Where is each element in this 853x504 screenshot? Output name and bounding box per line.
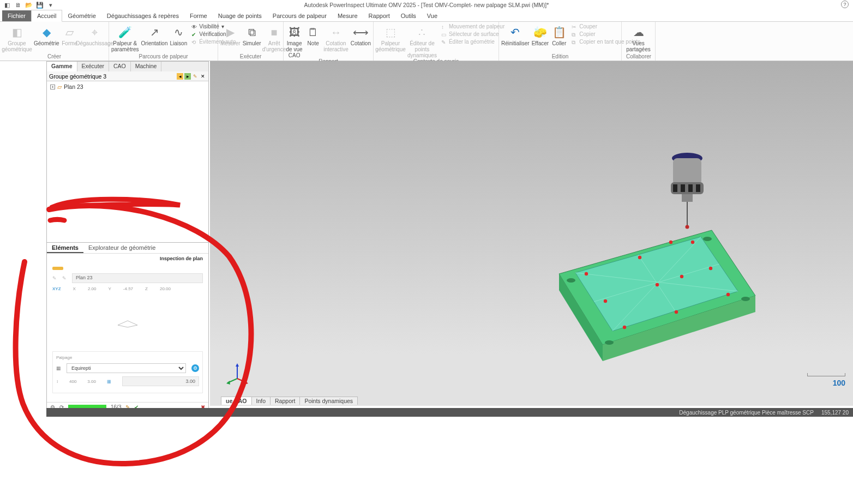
nav-close-icon[interactable]: ✕ [200, 73, 206, 80]
tab-degauchissages[interactable]: Dégauchissages & repères [101, 10, 184, 21]
name-field[interactable]: Plan 23 [72, 273, 203, 283]
btn-orientation[interactable]: ↗ Orientation [141, 23, 168, 46]
vp-tab-points-dynamiques[interactable]: Points dynamiques [299, 397, 358, 405]
svg-rect-29 [696, 184, 700, 192]
tab-parcours[interactable]: Parcours de palpeur [267, 10, 332, 21]
svg-point-10 [741, 297, 750, 301]
tree-node-label: Plan 23 [64, 83, 83, 90]
tab-geometrie[interactable]: Géométrie [62, 10, 101, 21]
svg-point-13 [638, 256, 641, 259]
reset-icon: ↶ [507, 24, 524, 40]
lp-tab-cao[interactable]: CAO [109, 62, 131, 71]
left-panel-group-selector[interactable]: Groupe géométrique 3 ◂ ▸ ✎ ✕ [47, 71, 208, 81]
tab-rapport[interactable]: Rapport [363, 10, 395, 21]
new-doc-icon[interactable]: 🗎 [14, 1, 22, 9]
vp-tab-vuecao[interactable]: ue CAO [221, 397, 252, 405]
help-icon[interactable]: ? [841, 1, 849, 8]
erase-icon: 🧽 [532, 24, 548, 40]
nav-prev-icon[interactable]: ◂ [177, 73, 183, 80]
paste-icon: 📋 [551, 24, 567, 40]
btn-cotation[interactable]: ⟷Cotation [351, 23, 371, 46]
svg-point-8 [567, 278, 575, 283]
quick-access-toolbar: ◧ 🗎 📂 💾 ▾ [0, 1, 55, 9]
tab-mesure[interactable]: Mesure [332, 10, 363, 21]
move-icon: ↕ [441, 24, 447, 29]
tree-node-plan23[interactable]: + ▱ Plan 23 [50, 83, 205, 90]
tab-nuage[interactable]: Nuage de points [213, 10, 267, 21]
strategy-icon: ▦ [56, 365, 61, 371]
tab-outils[interactable]: Outils [395, 10, 422, 21]
tab-fichier[interactable]: Fichier [2, 10, 31, 21]
svg-point-11 [605, 340, 614, 345]
svg-rect-27 [681, 184, 685, 192]
pencil-icon[interactable]: ✎ [52, 275, 57, 281]
liaison-icon: ∿ [170, 24, 187, 40]
lp-tab-machine[interactable]: Machine [131, 62, 162, 71]
qat-dropdown-icon[interactable]: ▾ [47, 1, 55, 9]
geometrie-icon: ◆ [38, 24, 55, 40]
lp-tab-executer[interactable]: Exécuter [77, 62, 109, 71]
forme-icon: ▱ [62, 24, 78, 40]
btn-simuler[interactable]: ⧉Simuler [243, 23, 261, 46]
props-tab-explorateur[interactable]: Explorateur de géométrie [83, 243, 161, 253]
btn-geometrie[interactable]: ◆ Géométrie [34, 23, 59, 46]
plane-diagram-icon [52, 317, 203, 329]
nav-edit-icon[interactable]: ✎ [192, 73, 199, 80]
save-icon[interactable]: 💾 [36, 1, 44, 9]
props-tab-elements[interactable]: Eléments [47, 243, 83, 253]
simulate-icon: ⧉ [244, 24, 260, 40]
props-body: ✎ ✎ Plan 23 XYZ X2.00 Y-4.57 Z20.00 Palp… [47, 263, 208, 397]
edit-geo-icon: ✎ [441, 39, 447, 45]
strategy-settings-icon[interactable]: ⚙ [191, 364, 199, 372]
svg-rect-24 [673, 158, 701, 185]
cut-icon: ✂ [572, 24, 577, 29]
group-palpeur-label: Parcours de palpeur [111, 53, 215, 61]
svg-marker-38 [244, 381, 248, 385]
plane-icon: ▱ [57, 83, 62, 90]
btn-palpeur-parametres[interactable]: 🧪 Palpeur & paramètres [111, 23, 139, 52]
pencil2-icon[interactable]: ✎ [62, 275, 67, 281]
svg-point-16 [656, 283, 659, 286]
btn-effacer[interactable]: 🧽Effacer [532, 23, 549, 46]
group-edition: ↶Réinitialiser 🧽Effacer 📋Coller ✂Couper … [499, 22, 622, 61]
tab-accueil[interactable]: Accueil [31, 10, 62, 22]
strategy-select[interactable]: Equirepti [67, 363, 186, 373]
btn-image-vue-cao[interactable]: 🖼Image de vue CAO [286, 23, 303, 58]
orientation-icon: ↗ [146, 24, 163, 40]
tab-forme[interactable]: Forme [184, 10, 213, 21]
spacing-field[interactable] [122, 376, 199, 386]
group-edition-label: Edition [501, 53, 619, 61]
left-panel-tree: + ▱ Plan 23 [47, 81, 208, 92]
group-parcours-palpeur: 🧪 Palpeur & paramètres ↗ Orientation ∿ L… [109, 22, 218, 61]
expand-icon[interactable]: + [50, 85, 55, 89]
svg-point-17 [709, 267, 712, 270]
group-collaborer: ☁Vues partagées Collaborer [622, 22, 656, 61]
btn-reinitialiser[interactable]: ↶Réinitialiser [501, 23, 530, 46]
btn-note[interactable]: 🗒Note [305, 23, 321, 46]
group-creer: ◧ Groupe géométrique ◆ Géométrie ▱ Forme… [0, 22, 109, 61]
note-icon: 🗒 [305, 24, 321, 40]
ribbon: ◧ Groupe géométrique ◆ Géométrie ▱ Forme… [0, 22, 853, 61]
stop-icon: ■ [266, 24, 283, 40]
grid-icon[interactable]: ▦ [107, 379, 111, 384]
open-icon[interactable]: 📂 [25, 1, 33, 9]
vp-tab-info[interactable]: Info [251, 397, 271, 405]
nav-next-icon[interactable]: ▸ [184, 73, 191, 80]
props-heading: Inspection de plan [47, 254, 208, 263]
btn-palpeur-geometrique: ⬚Palpeur géométrique [376, 23, 405, 52]
btn-cotation-interactive: ↔Cotation interactive [323, 23, 349, 52]
svg-point-15 [604, 299, 607, 303]
viewport-3d[interactable]: 100 ue CAO Info Rapport Points dynamique… [210, 61, 853, 406]
vp-tab-rapport[interactable]: Rapport [270, 397, 300, 405]
tab-vue[interactable]: Vue [422, 10, 443, 21]
svg-point-18 [623, 326, 626, 329]
btn-coller[interactable]: 📋Coller [551, 23, 567, 46]
status-text: Dégauchissage PLP géométrique Pièce maît… [679, 410, 814, 416]
visibility-icon: 👁 [191, 24, 197, 29]
xyz-label: XYZ [52, 286, 61, 291]
copy-pts-icon: ⧉ [572, 39, 577, 45]
btn-liaison[interactable]: ∿ Liaison [170, 23, 188, 46]
lp-tab-gamme[interactable]: Gamme [47, 62, 77, 71]
window-title: Autodesk PowerInspect Ultimate OMV 2025 … [304, 2, 549, 8]
btn-vues-partagees[interactable]: ☁Vues partagées [624, 23, 653, 52]
